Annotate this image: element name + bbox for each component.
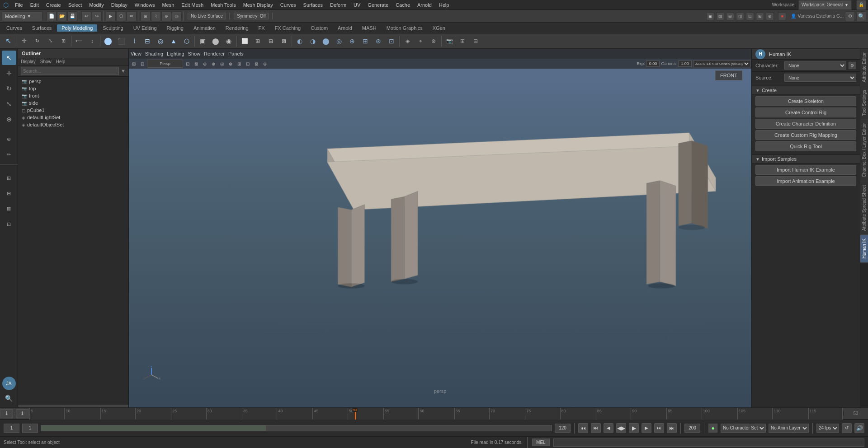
tab-arnold[interactable]: Arnold xyxy=(333,24,357,32)
poly-plane-btn[interactable]: ⊟ xyxy=(141,35,154,47)
loop-btn[interactable]: ↺ xyxy=(842,423,852,433)
shading7-btn[interactable]: ⊛ xyxy=(372,35,385,47)
outliner-menu-display[interactable]: Display xyxy=(21,59,36,64)
menu-create[interactable]: Create xyxy=(43,1,64,9)
vp-tb10[interactable]: ⊡ xyxy=(244,60,252,68)
tab-mash[interactable]: MASH xyxy=(358,24,381,32)
poly-cyl-btn[interactable]: ⌇ xyxy=(128,35,141,47)
create-character-definition-btn[interactable]: Create Character Definition xyxy=(755,119,856,129)
render5-btn[interactable]: ⊡ xyxy=(746,12,754,20)
playback-start-btn[interactable]: ⏮ xyxy=(578,423,588,433)
vp-tb8[interactable]: ⊗ xyxy=(226,60,235,68)
outliner-item-lightset[interactable]: ◈ defaultLightSet xyxy=(18,114,128,121)
shading3-btn[interactable]: ⬤ xyxy=(320,35,332,47)
universal-tool-btn[interactable]: ⊞ xyxy=(57,35,70,47)
vp-menu-lighting[interactable]: Lighting xyxy=(167,51,184,56)
search-btn[interactable]: 🔍 xyxy=(2,391,16,406)
render4-btn[interactable]: ◫ xyxy=(736,12,744,20)
panel-layout4-btn[interactable]: ⊡ xyxy=(2,217,16,231)
timeline-current-frame[interactable] xyxy=(16,409,28,418)
snap-view-btn[interactable]: ◎ xyxy=(172,11,182,21)
vp-tb12[interactable]: ⊛ xyxy=(261,60,269,68)
outliner-item-objectset[interactable]: ◈ defaultObjectSet xyxy=(18,121,128,128)
shading1-btn[interactable]: ◐ xyxy=(293,35,306,47)
menu-edit[interactable]: Edit xyxy=(28,1,42,9)
render2-btn[interactable]: ▨ xyxy=(716,12,724,20)
live-surface-btn[interactable]: No Live Surface xyxy=(188,13,226,19)
rotate-tool-btn[interactable]: ↻ xyxy=(31,35,43,47)
vp-tb1[interactable]: ⊞ xyxy=(130,60,138,68)
menu-help[interactable]: Help xyxy=(436,1,452,9)
scale-mode-btn[interactable]: ⤡ xyxy=(2,97,16,111)
viewport4-btn[interactable]: ⊠ xyxy=(278,35,290,47)
timeline-ruler[interactable]: 5 10 15 20 25 30 35 40 45 50 55 60 65 70… xyxy=(29,408,843,420)
shading5-btn[interactable]: ⊕ xyxy=(346,35,359,47)
create-control-rig-btn[interactable]: Create Control Rig xyxy=(755,107,856,117)
vp-tb5[interactable]: ⊛ xyxy=(201,60,209,68)
tab-xgen[interactable]: XGen xyxy=(428,24,450,32)
tab-motion-graphics[interactable]: Motion Graphics xyxy=(382,24,427,32)
select-tool-btn[interactable]: ↖ xyxy=(2,35,14,47)
hypershade-btn[interactable]: ⊟ xyxy=(469,35,482,47)
panel-layout2-btn[interactable]: ⊟ xyxy=(2,186,16,201)
tab-curves[interactable]: Curves xyxy=(2,24,27,32)
menu-surfaces[interactable]: Surfaces xyxy=(301,1,326,9)
camera-btn[interactable]: 📷 xyxy=(443,35,456,47)
workspace-selector[interactable]: Workspace: General ▼ xyxy=(798,0,852,10)
outliner-item-pcube1[interactable]: ◻ pCube1 xyxy=(18,107,128,114)
undo-btn[interactable]: ↩ xyxy=(81,11,91,21)
rotate-mode-btn[interactable]: ↻ xyxy=(2,81,16,96)
fps-select[interactable]: 24 fps xyxy=(816,424,839,433)
playback-current-input[interactable] xyxy=(22,424,38,433)
paint-btn[interactable]: ✏ xyxy=(127,11,137,21)
panel-layout-btn[interactable]: ⊞ xyxy=(2,171,16,185)
isolate-btn[interactable]: ⌖ xyxy=(414,35,427,47)
playback-end-input[interactable] xyxy=(555,424,571,433)
search-dropdown-btn[interactable]: ▼ xyxy=(121,68,126,74)
side-tab-attribute-editor[interactable]: Attribute Editor xyxy=(860,49,868,86)
tab-custom[interactable]: Custom xyxy=(306,24,332,32)
select-mode-btn[interactable]: ↖ xyxy=(2,51,16,65)
create-section-header[interactable]: ▼ Create xyxy=(752,86,860,95)
symmetry-btn[interactable]: Symmetry: Off xyxy=(234,13,269,19)
menu-display[interactable]: Display xyxy=(108,1,130,9)
shading6-btn[interactable]: ⊞ xyxy=(359,35,372,47)
user-settings-btn[interactable]: ⚙ xyxy=(845,11,855,21)
save-file-btn[interactable]: 💾 xyxy=(67,11,77,21)
quick-rig-tool-btn[interactable]: Quick Rig Tool xyxy=(755,141,856,151)
timeline-start-input[interactable] xyxy=(0,409,13,418)
import-human-ik-btn[interactable]: Import Human IK Example xyxy=(755,165,856,175)
current-frame-marker[interactable]: 53 xyxy=(355,408,356,420)
xray-btn[interactable]: ◈ xyxy=(401,35,414,47)
vp-tb3[interactable]: ⊡ xyxy=(184,60,192,68)
prev-key-btn[interactable]: ⏭ xyxy=(591,423,601,433)
play-back-btn[interactable]: ◀▶ xyxy=(616,423,626,433)
menu-cache[interactable]: Cache xyxy=(393,1,413,9)
viewport3-btn[interactable]: ⊟ xyxy=(264,35,277,47)
outliner-search-input[interactable] xyxy=(21,67,119,75)
transform-tool-btn[interactable]: ✛ xyxy=(18,35,30,47)
playback-end-btn[interactable]: ⏭ xyxy=(667,423,677,433)
move-snap-btn[interactable]: ⟵ xyxy=(73,35,85,47)
create-skeleton-btn[interactable]: Create Skeleton xyxy=(755,96,856,106)
menu-windows[interactable]: Windows xyxy=(132,1,158,9)
menu-mesh-tools[interactable]: Mesh Tools xyxy=(208,1,238,9)
outliner-menu-show[interactable]: Show xyxy=(40,59,52,64)
move-mode-btn[interactable]: ✛ xyxy=(2,66,16,80)
tab-sculpting[interactable]: Sculpting xyxy=(98,24,127,32)
menu-arnold[interactable]: Arnold xyxy=(415,1,434,9)
prev-frame-btn[interactable]: ◀ xyxy=(604,423,613,433)
universal-mode-btn[interactable]: ⊕ xyxy=(2,112,16,126)
render3-btn[interactable]: ⊞ xyxy=(726,12,734,20)
side-tab-attribute-spread[interactable]: Attribute Spread Sheet xyxy=(860,182,868,235)
outliner-item-side[interactable]: 📷 side xyxy=(18,99,128,107)
vp-menu-view[interactable]: View xyxy=(131,51,142,56)
redo-btn[interactable]: ↪ xyxy=(92,11,102,21)
command-input[interactable] xyxy=(553,439,864,447)
color-profile-select[interactable]: ACES 1.0 SDR-video (sRGB) xyxy=(693,60,750,67)
viewport1-btn[interactable]: ⬜ xyxy=(238,35,251,47)
tab-fx[interactable]: FX xyxy=(254,24,269,32)
template-btn[interactable]: ⊗ xyxy=(427,35,440,47)
search-tb-btn[interactable]: 🔍 xyxy=(856,11,866,21)
snap-curve-btn[interactable]: ⌇ xyxy=(151,11,161,21)
